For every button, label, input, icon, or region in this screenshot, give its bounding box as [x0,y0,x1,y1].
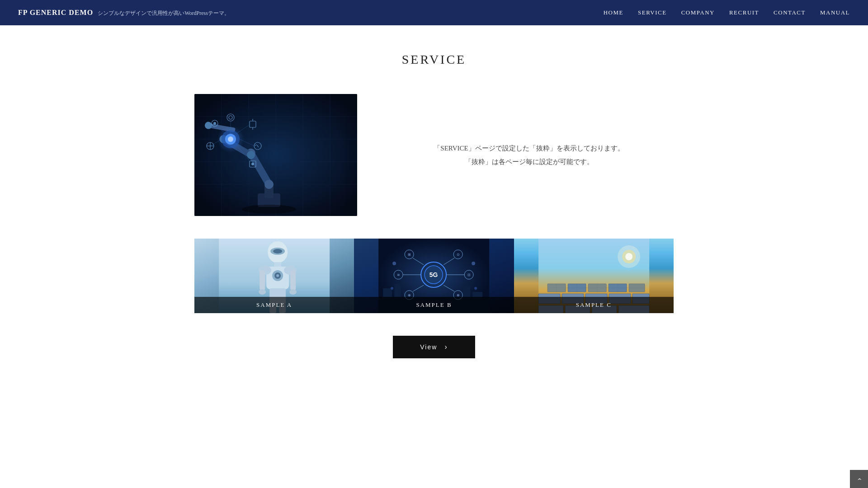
sample-b-card[interactable]: 5G [354,239,514,313]
view-label: View [420,343,437,351]
svg-rect-67 [462,286,470,297]
svg-rect-124 [629,284,645,292]
nav-item-manual[interactable]: MANUAL [820,9,850,16]
nav-item-service[interactable]: SERVICE [638,9,667,16]
svg-text:⊞: ⊞ [408,253,411,257]
svg-rect-65 [394,284,401,297]
samples-grid: SAMPLE A [194,239,674,313]
svg-point-43 [242,205,296,214]
svg-point-52 [276,274,279,277]
svg-point-57 [259,289,266,295]
svg-rect-55 [259,270,265,291]
logo-sub: シンプルなデザインで汎用性が高いWordPressテーマ。 [98,9,230,17]
view-button[interactable]: View › [393,336,475,358]
svg-point-93 [474,287,477,290]
svg-text:5G: 5G [429,271,438,278]
nav-item-contact[interactable]: CONTACT [774,9,806,16]
svg-point-31 [251,163,254,165]
sample-b-label: SAMPLE B [354,297,514,313]
page-title: SERVICE [194,52,674,67]
sample-a-label: SAMPLE A [194,297,354,313]
feature-text: 「SERVICE」ページで設定した「抜粋」を表示しております。 「抜粋」は各ペー… [384,141,674,169]
svg-text:⊙: ⊙ [457,253,460,257]
sample-a-card[interactable]: SAMPLE A [194,239,354,313]
svg-point-90 [392,262,396,265]
logo-main: FP GENERIC DEMO [18,9,93,17]
svg-rect-64 [383,288,392,297]
site-header: FP GENERIC DEMO シンプルなデザインで汎用性が高いWordPres… [0,0,868,25]
svg-rect-122 [547,284,566,292]
nav-item-recruit[interactable]: RECRUIT [729,9,759,16]
view-btn-wrapper: View › [194,336,674,358]
feature-image [194,94,357,216]
svg-point-47 [273,249,282,253]
main-content: SERVICE [185,25,683,394]
svg-point-92 [391,287,393,290]
svg-text:⊡: ⊡ [467,273,471,277]
svg-point-97 [625,253,632,260]
feature-section: 「SERVICE」ページで設定した「抜粋」を表示しております。 「抜粋」は各ペー… [194,94,674,216]
svg-point-58 [289,289,297,295]
view-arrow-icon: › [444,343,448,351]
sample-c-card[interactable]: SAMPLE C [514,239,674,313]
main-nav: HOMESERVICECOMPANYRECRUITCONTACTMANUAL [604,9,850,16]
sample-c-label: SAMPLE C [514,297,674,313]
feature-text-line2: 「抜粋」は各ページ毎に設定が可能です。 [384,155,674,169]
svg-text:≋: ≋ [397,273,400,277]
svg-point-23 [228,136,233,142]
logo: FP GENERIC DEMO シンプルなデザインで汎用性が高いWordPres… [18,9,230,17]
svg-rect-56 [290,270,296,291]
nav-item-company[interactable]: COMPANY [681,9,715,16]
feature-text-line1: 「SERVICE」ページで設定した「抜粋」を表示しております。 [384,141,674,155]
svg-rect-123 [588,284,606,292]
nav-item-home[interactable]: HOME [604,9,623,16]
svg-point-91 [472,262,475,265]
